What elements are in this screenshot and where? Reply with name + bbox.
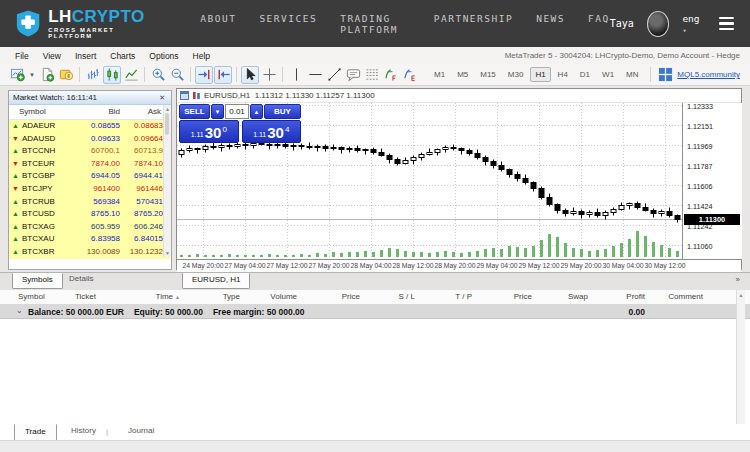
timeframe-m30[interactable]: M30 (503, 67, 529, 82)
deposit-icon[interactable] (57, 66, 75, 84)
zoom-out-icon[interactable] (168, 66, 186, 84)
close-icon[interactable]: ✕ (157, 94, 167, 102)
bar-chart-icon[interactable] (84, 66, 102, 84)
site-nav-item-partnership[interactable]: PARTNERSHIP (434, 13, 513, 35)
column-header-sl[interactable]: S / L (399, 292, 415, 301)
column-header-tp[interactable]: T / P (455, 292, 472, 301)
tile-windows-icon[interactable] (657, 66, 675, 84)
avatar[interactable] (647, 11, 670, 37)
market-watch-scrollbar[interactable]: ▲ ▼ (163, 105, 171, 257)
column-header-comment[interactable]: Comment (668, 292, 703, 301)
column-header-price-2[interactable]: Price (514, 292, 532, 301)
trendline-icon[interactable] (325, 66, 343, 84)
chart-shift-icon[interactable] (214, 66, 232, 84)
cursor-icon[interactable] (241, 66, 259, 84)
market-watch-row-adaeur[interactable]: ▲ADAEUR0.086550.08683 (9, 120, 171, 133)
market-watch-row-adausd[interactable]: ▼ADAUSD0.096330.09664 (9, 133, 171, 146)
column-header-profit[interactable]: Profit (626, 292, 645, 301)
menu-options[interactable]: Options (142, 51, 185, 61)
tab-details[interactable]: Details (60, 273, 102, 287)
menu-file[interactable]: File (8, 51, 36, 61)
volume-field[interactable]: 0.01 (225, 104, 249, 119)
site-nav-item-news[interactable]: NEWS (536, 13, 565, 35)
menu-charts[interactable]: Charts (103, 51, 142, 61)
volume-decrease-button[interactable]: ▼ (211, 104, 224, 119)
timeframe-mn[interactable]: MN (621, 67, 643, 82)
user-name[interactable]: Taya (610, 18, 634, 29)
text-label-icon[interactable] (344, 66, 362, 84)
timeframe-w1[interactable]: W1 (597, 67, 619, 82)
market-watch-row-btcgbp[interactable]: ▲BTCGBP6944.056944.41 (9, 170, 171, 183)
column-header-ticket[interactable]: Ticket (75, 292, 96, 301)
line-chart-icon[interactable] (122, 66, 140, 84)
volume-increase-button[interactable]: ▲ (250, 104, 263, 119)
chart-tab-eurusd-h1[interactable]: EURUSD, H1 (182, 273, 250, 289)
column-header-volume[interactable]: Volume (270, 292, 297, 301)
vertical-line-icon[interactable] (287, 66, 305, 84)
timeframe-m5[interactable]: M5 (452, 67, 473, 82)
time-axis[interactable]: 24 May 20:0027 May 04:0027 May 12:0027 M… (177, 259, 741, 272)
collapse-chevron-icon[interactable]: ⌄ (16, 306, 23, 315)
scroll-thumb[interactable] (165, 113, 169, 135)
site-nav-item-trading-platform[interactable]: TRADING PLATFORM (340, 13, 411, 35)
buy-price-tile[interactable]: 1.11 30 4 (242, 120, 302, 143)
market-watch-row-btceur[interactable]: ▼BTCEUR7874.007874.10 (9, 158, 171, 171)
market-watch-row-btcxau[interactable]: ▲BTCXAU6.839586.84015 (9, 233, 171, 246)
timeframe-d1[interactable]: D1 (575, 67, 595, 82)
timeframe-m1[interactable]: M1 (429, 67, 450, 82)
new-order-icon[interactable] (38, 66, 56, 84)
menu-insert[interactable]: Insert (68, 51, 103, 61)
col-symbol[interactable]: Symbol (19, 107, 46, 116)
market-watch-row-btcxbr[interactable]: ▲BTCXBR130.0089130.1232 (9, 246, 171, 259)
price-axis[interactable]: 1.123331.121511.119691.117871.116061.114… (682, 103, 742, 259)
scroll-down-icon[interactable]: ▼ (164, 250, 171, 256)
site-nav-item-services[interactable]: SERVICES (259, 13, 317, 35)
language-selector[interactable]: eng ▾ (682, 13, 705, 35)
objects-icon[interactable] (401, 66, 419, 84)
col-ask[interactable]: Ask (148, 107, 161, 116)
column-header-symbol[interactable]: Symbol (18, 292, 45, 301)
horizontal-line-icon[interactable] (306, 66, 324, 84)
tab-journal[interactable]: Journal (118, 424, 164, 440)
zoom-in-icon[interactable] (149, 66, 167, 84)
market-watch-row-btcusd[interactable]: ▲BTCUSD8765.108765.20 (9, 208, 171, 221)
site-nav-item-faq[interactable]: FAQ (588, 13, 610, 35)
column-header-swap[interactable]: Swap (568, 292, 588, 301)
market-watch-row-btcjpy[interactable]: ▼BTCJPY961400961446 (9, 183, 171, 196)
lhcrypto-logo[interactable]: LHCRYPTO CROSS MARKET PLATFORM (16, 8, 150, 40)
tab-overflow-button[interactable]: » (736, 275, 740, 284)
menu-help[interactable]: Help (186, 51, 217, 61)
buy-button[interactable]: BUY (264, 104, 301, 119)
scroll-up-icon[interactable]: ▲ (164, 106, 171, 112)
bid-value: 0.08655 (91, 120, 120, 133)
timeframe-m15[interactable]: M15 (475, 67, 501, 82)
new-chart-icon[interactable] (8, 66, 26, 84)
col-bid[interactable]: Bid (108, 107, 120, 116)
symbol-label: ADAUSD (22, 133, 55, 146)
mql5-community-link[interactable]: MQL5.community (677, 70, 740, 79)
tab-symbols[interactable]: Symbols (12, 273, 63, 289)
tick-up-icon: ▲ (12, 208, 19, 221)
market-watch-row-btccnh[interactable]: ▲BTCCNH60700.160713.9 (9, 145, 171, 158)
timeframe-h4[interactable]: H4 (553, 67, 573, 82)
scroll-up-icon[interactable]: ▲ (737, 292, 745, 298)
autoscroll-icon[interactable] (195, 66, 213, 84)
candlestick-chart-icon[interactable] (103, 66, 121, 84)
column-header-price[interactable]: Price (342, 292, 360, 301)
column-header-type[interactable]: Type (223, 292, 240, 301)
crosshair-icon[interactable] (260, 66, 278, 84)
sell-price-tile[interactable]: 1.11 30 0 (179, 120, 239, 143)
caret-down-icon[interactable]: ▾ (27, 66, 37, 84)
sell-button[interactable]: SELL (179, 104, 210, 119)
trade-table-scrollbar[interactable]: ▲ (736, 290, 745, 424)
timeframe-h1[interactable]: H1 (530, 67, 550, 82)
tab-history[interactable]: History (61, 424, 106, 440)
menu-view[interactable]: View (36, 51, 68, 61)
fibonacci-icon[interactable] (363, 66, 381, 84)
market-watch-row-btcxag[interactable]: ▲BTCXAG605.959606.246 (9, 221, 171, 234)
hamburger-menu-icon[interactable] (719, 17, 734, 30)
site-nav-item-about[interactable]: ABOUT (200, 13, 236, 35)
indicators-icon[interactable] (382, 66, 400, 84)
column-header-time[interactable]: Time▲ (156, 292, 180, 301)
market-watch-row-btcrub[interactable]: ▲BTCRUB569384570431 (9, 196, 171, 209)
